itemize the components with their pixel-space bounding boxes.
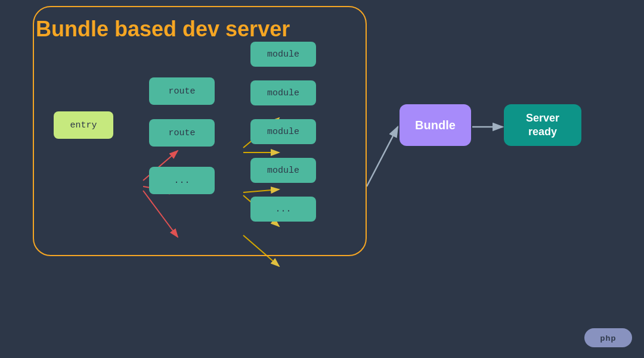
node-bundle: Bundle bbox=[400, 104, 471, 146]
php-logo-text: php bbox=[600, 334, 617, 343]
node-server-ready: Serverready bbox=[504, 104, 581, 146]
node-route1: route bbox=[149, 77, 215, 105]
svg-line-11 bbox=[367, 127, 398, 186]
node-entry: entry bbox=[54, 111, 113, 139]
php-logo: php bbox=[584, 328, 632, 347]
node-module2: module bbox=[250, 80, 316, 105]
node-dots1: ... bbox=[149, 167, 215, 194]
node-dots2: ... bbox=[250, 197, 316, 222]
node-route2: route bbox=[149, 119, 215, 147]
node-module3: module bbox=[250, 119, 316, 144]
node-module1: module bbox=[250, 42, 316, 67]
node-module4: module bbox=[250, 158, 316, 183]
slide: Bundle based dev server bbox=[0, 0, 644, 358]
